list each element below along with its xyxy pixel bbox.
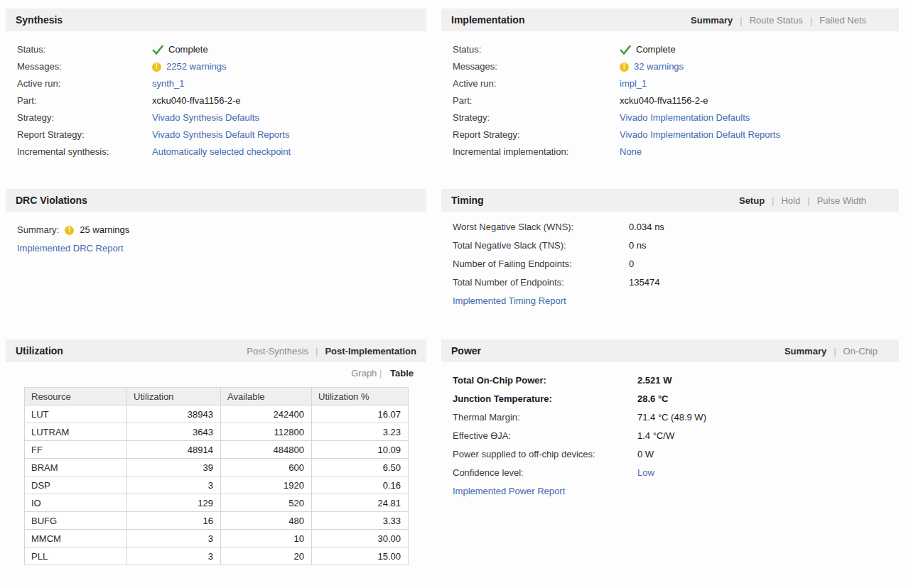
synthesis-status-row: Status: Complete (17, 44, 418, 55)
power-junction-temp-row: Junction Temperature: 28.6 °C (453, 393, 890, 405)
tab-separator: | (740, 15, 742, 26)
report-strategy-link[interactable]: Vivado Synthesis Default Reports (152, 129, 289, 141)
resource-cell: LUT (25, 405, 127, 423)
utilization-panel: Utilization Post-Synthesis | Post-Implem… (6, 339, 426, 572)
drc-summary-value: 25 warnings (80, 224, 129, 236)
synthesis-active-run-row: Active run: synth_1 (17, 78, 418, 89)
tab-utilization-post-implementation[interactable]: Post-Implementation (325, 346, 416, 356)
view-table-toggle[interactable]: Table (390, 368, 414, 379)
tab-timing-setup[interactable]: Setup (739, 195, 765, 206)
implementation-messages-row: Messages: 32 warnings (453, 61, 890, 72)
available-cell: 10 (221, 530, 312, 548)
available-cell: 520 (221, 494, 312, 512)
resource-cell: LUTRAM (25, 423, 127, 441)
tab-utilization-post-synthesis[interactable]: Post-Synthesis (247, 346, 308, 356)
timing-title: Timing (451, 195, 484, 206)
part-value: xcku040-ffva1156-2-e (620, 95, 708, 107)
tab-implementation-summary[interactable]: Summary (691, 15, 733, 26)
table-row[interactable]: MMCM 3 10 30.00 (25, 530, 409, 548)
tab-implementation-route-status[interactable]: Route Status (750, 15, 803, 26)
strategy-label: Strategy: (17, 112, 152, 124)
messages-warnings-link[interactable]: 32 warnings (634, 61, 684, 72)
available-cell: 242400 (221, 405, 312, 423)
implementation-body: Status: Complete Messages: 32 warnings A… (441, 31, 899, 170)
implemented-drc-report-link[interactable]: Implemented DRC Report (17, 243, 124, 254)
failing-endpoints-value: 0 (629, 258, 634, 270)
utilization-pct-cell: 10.09 (312, 441, 409, 459)
utilization-cell: 39 (127, 459, 221, 477)
implementation-header: Implementation Summary | Route Status | … (441, 9, 899, 31)
incremental-synthesis-link[interactable]: Automatically selected checkpoint (152, 146, 291, 158)
drc-title: DRC Violations (16, 195, 87, 206)
tab-timing-hold[interactable]: Hold (781, 195, 800, 206)
part-value: xcku040-ffva1156-2-e (152, 95, 241, 107)
strategy-link[interactable]: Vivado Synthesis Defaults (152, 112, 259, 124)
table-row[interactable]: IO 129 520 24.81 (25, 494, 409, 512)
failing-endpoints-label: Number of Failing Endpoints: (453, 258, 629, 270)
table-row[interactable]: DSP 3 1920 0.16 (25, 477, 409, 494)
tab-power-on-chip[interactable]: On-Chip (843, 346, 878, 356)
table-row[interactable]: FF 48914 484800 10.09 (25, 441, 409, 459)
messages-label: Messages: (17, 61, 152, 72)
report-strategy-link[interactable]: Vivado Implementation Default Reports (620, 129, 780, 141)
utilization-pct-cell: 3.33 (312, 512, 409, 530)
utilization-cell: 3643 (127, 423, 221, 441)
resource-cell: PLL (25, 548, 127, 565)
table-row[interactable]: LUT 38943 242400 16.07 (25, 405, 409, 423)
active-run-link[interactable]: impl_1 (620, 78, 647, 89)
utilization-pct-cell: 16.07 (312, 405, 409, 423)
table-row[interactable]: LUTRAM 3643 112800 3.23 (25, 423, 409, 441)
tab-separator: | (834, 346, 836, 356)
drc-summary-label: Summary: (17, 224, 59, 236)
utilization-table: Resource Utilization Available Utilizati… (24, 387, 409, 565)
messages-warnings-link[interactable]: 2252 warnings (166, 61, 227, 72)
available-cell: 600 (221, 459, 312, 477)
wns-label: Worst Negative Slack (WNS): (453, 222, 629, 233)
table-row[interactable]: BUFG 16 480 3.33 (25, 512, 409, 530)
tab-separator: | (807, 195, 809, 206)
tab-power-summary[interactable]: Summary (784, 346, 826, 356)
implemented-power-report-link[interactable]: Implemented Power Report (453, 486, 565, 496)
utilization-cell: 16 (127, 512, 221, 530)
column-header-utilization: Utilization (127, 388, 221, 405)
implemented-timing-report-link[interactable]: Implemented Timing Report (453, 295, 566, 306)
drc-violations-panel: DRC Violations Summary: 25 warnings Impl… (6, 189, 426, 268)
utilization-cell: 129 (127, 494, 221, 512)
utilization-cell: 3 (127, 477, 221, 494)
table-row[interactable]: BRAM 39 600 6.50 (25, 459, 409, 477)
timing-wns-row: Worst Negative Slack (WNS): 0.034 ns (453, 222, 890, 233)
power-body: Total On-Chip Power: 2.521 W Junction Te… (441, 362, 899, 511)
warning-icon (620, 62, 629, 72)
implementation-tabs: Summary | Route Status | Failed Nets (691, 15, 866, 26)
utilization-cell: 48914 (127, 441, 221, 459)
implementation-active-run-row: Active run: impl_1 (453, 78, 890, 89)
drc-summary-row: Summary: 25 warnings (17, 224, 418, 236)
active-run-link[interactable]: synth_1 (152, 78, 185, 89)
tab-timing-pulse-width[interactable]: Pulse Width (817, 195, 866, 206)
timing-tns-row: Total Negative Slack (TNS): 0 ns (453, 240, 890, 251)
tab-implementation-failed-nets[interactable]: Failed Nets (819, 15, 866, 26)
synthesis-messages-row: Messages: 2252 warnings (17, 61, 418, 72)
resource-cell: IO (25, 494, 127, 512)
synthesis-title: Synthesis (16, 14, 63, 26)
off-chip-power-value: 0 W (637, 449, 654, 460)
synthesis-panel: Synthesis Status: Complete Messages: 225… (6, 9, 426, 170)
strategy-link[interactable]: Vivado Implementation Defaults (620, 112, 750, 124)
power-panel: Power Summary | On-Chip Total On-Chip Po… (441, 339, 899, 511)
utilization-pct-cell: 3.23 (312, 423, 409, 441)
timing-header: Timing Setup | Hold | Pulse Width (441, 189, 899, 212)
strategy-label: Strategy: (453, 112, 620, 124)
active-run-label: Active run: (17, 78, 152, 89)
status-label: Status: (17, 44, 152, 55)
warning-icon (152, 62, 161, 72)
power-thermal-margin-row: Thermal Margin: 71.4 °C (48.9 W) (453, 412, 890, 423)
table-row[interactable]: PLL 3 20 15.00 (25, 548, 409, 565)
synthesis-strategy-row: Strategy: Vivado Synthesis Defaults (17, 112, 418, 124)
incremental-implementation-link[interactable]: None (620, 146, 642, 158)
thermal-margin-value: 71.4 °C (48.9 W) (637, 412, 706, 423)
confidence-level-label: Confidence level: (453, 467, 637, 479)
view-graph-toggle[interactable]: Graph (351, 368, 377, 379)
messages-label: Messages: (453, 61, 620, 72)
warning-icon (65, 226, 74, 235)
confidence-level-link[interactable]: Low (637, 467, 654, 479)
